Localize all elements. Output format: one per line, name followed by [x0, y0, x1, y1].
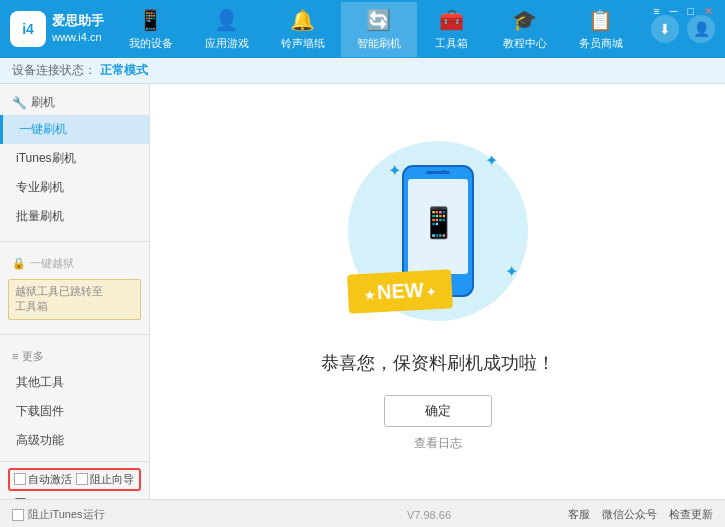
account-btn[interactable]: 👤: [687, 15, 715, 43]
nav-tabs: 📱 我的设备 👤 应用游戏 🔔 铃声墙纸 🔄 智能刷机 🧰 工具箱 🎓: [110, 2, 641, 57]
sparkle-3: ✦: [505, 262, 518, 281]
confirm-button[interactable]: 确定: [384, 395, 492, 427]
no-prompt-option[interactable]: 阻止向导: [76, 472, 134, 487]
bottom-bar: 阻止iTunes运行 V7.98.66 客服 微信公众号 检查更新: [0, 499, 725, 527]
brand-name: 爱思助手: [52, 13, 104, 30]
sidebar-item-download-firmware[interactable]: 下载固件: [0, 397, 149, 426]
svg-point-4: [442, 170, 446, 174]
sidebar-item-one-key-flash[interactable]: 一键刷机: [0, 115, 149, 144]
download-btn[interactable]: ⬇: [651, 15, 679, 43]
tab-service[interactable]: 📋 务员商城: [563, 2, 639, 57]
tab-ringtones[interactable]: 🔔 铃声墙纸: [265, 2, 341, 57]
customer-service-link[interactable]: 客服: [568, 507, 590, 522]
bottom-center: V7.98.66: [290, 509, 568, 521]
view-log-link[interactable]: 查看日志: [414, 435, 462, 452]
check-update-link[interactable]: 检查更新: [669, 507, 713, 522]
settings-btn[interactable]: ≡: [649, 4, 663, 19]
jailbreak-note: 越狱工具已跳转至工具箱: [8, 279, 141, 320]
tab-toolbox[interactable]: 🧰 工具箱: [417, 2, 487, 57]
sidebar-item-batch-flash[interactable]: 批量刷机: [0, 202, 149, 231]
device-section: 自动激活 阻止向导 📱 iPhone 15 Pro Max 512GB iPho…: [0, 461, 149, 499]
auto-activate-option[interactable]: 自动激活: [14, 472, 72, 487]
tab-apps-games[interactable]: 👤 应用游戏: [189, 2, 265, 57]
toolbox-icon: 🧰: [439, 8, 464, 32]
bottom-left: 阻止iTunes运行: [12, 507, 290, 522]
svg-rect-3: [426, 171, 450, 174]
maximize-btn[interactable]: □: [683, 4, 698, 19]
app-logo: i4 爱思助手 www.i4.cn: [10, 11, 110, 47]
device-icon: 📱: [138, 8, 163, 32]
sidebar-section-flash: 🔧 刷机 一键刷机 iTunes刷机 专业刷机 批量刷机: [0, 84, 149, 237]
sidebar-more-header: ≡ 更多: [0, 345, 149, 368]
ringtone-icon: 🔔: [290, 8, 315, 32]
itunes-checkbox[interactable]: [12, 509, 24, 521]
bottom-right: 客服 微信公众号 检查更新: [568, 507, 713, 522]
top-nav: i4 爱思助手 www.i4.cn 📱 我的设备 👤 应用游戏 🔔 铃声墙纸 🔄: [0, 0, 725, 58]
itunes-label: 阻止iTunes运行: [28, 507, 105, 522]
top-right-controls: ⬇ 👤: [651, 15, 715, 43]
tab-smart-flash[interactable]: 🔄 智能刷机: [341, 2, 417, 57]
sidebar-section-jailbreak: 🔒 一键越狱 越狱工具已跳转至工具箱: [0, 246, 149, 330]
status-value: 正常模式: [100, 62, 148, 79]
device-details: iPhone 15 Pro Max 512GB iPhone: [39, 497, 141, 499]
sidebar-item-other-tools[interactable]: 其他工具: [0, 368, 149, 397]
close-btn[interactable]: ✕: [700, 4, 717, 19]
status-prefix: 设备连接状态：: [12, 62, 96, 79]
device-info: 📱 iPhone 15 Pro Max 512GB iPhone: [8, 497, 141, 499]
svg-text:📱: 📱: [419, 205, 457, 241]
version: V7.98.66: [407, 509, 451, 521]
service-icon: 📋: [588, 8, 613, 32]
main-layout: 🔧 刷机 一键刷机 iTunes刷机 专业刷机 批量刷机: [0, 84, 725, 499]
sidebar-item-itunes-flash[interactable]: iTunes刷机: [0, 144, 149, 173]
flash-icon: 🔄: [366, 8, 391, 32]
sidebar-item-advanced[interactable]: 高级功能: [0, 426, 149, 455]
website: www.i4.cn: [52, 30, 104, 44]
sidebar-section-more: ≡ 更多 其他工具 下载固件 高级功能: [0, 339, 149, 461]
new-badge: NEW: [347, 269, 453, 313]
sidebar: 🔧 刷机 一键刷机 iTunes刷机 专业刷机 批量刷机: [0, 84, 150, 499]
sidebar-jailbreak-header: 🔒 一键越狱: [0, 252, 149, 275]
apps-icon: 👤: [214, 8, 239, 32]
device-name: iPhone 15 Pro Max: [39, 497, 141, 499]
sidebar-header-flash: 🔧 刷机: [0, 90, 149, 115]
no-prompt-checkbox[interactable]: [76, 473, 88, 485]
divider-1: [0, 241, 149, 242]
divider-2: [0, 334, 149, 335]
sparkle-2: ✦: [485, 151, 498, 170]
tutorial-icon: 🎓: [512, 8, 537, 32]
auto-options: 自动激活 阻止向导: [8, 468, 141, 491]
wechat-link[interactable]: 微信公众号: [602, 507, 657, 522]
content-area: ✦ ✦ ✦ 📱 NEW 恭喜您，保资料刷机成功: [150, 84, 725, 499]
tab-tutorial[interactable]: 🎓 教程中心: [487, 2, 563, 57]
auto-activate-checkbox[interactable]: [14, 473, 26, 485]
device-phone-icon: 📱: [8, 497, 33, 499]
phone-illustration: ✦ ✦ ✦ 📱 NEW: [338, 131, 538, 331]
logo-icon: i4: [10, 11, 46, 47]
success-message: 恭喜您，保资料刷机成功啦！: [321, 351, 555, 375]
status-bar: 设备连接状态： 正常模式: [0, 58, 725, 84]
sidebar-item-pro-flash[interactable]: 专业刷机: [0, 173, 149, 202]
tab-my-device[interactable]: 📱 我的设备: [113, 2, 189, 57]
minimize-btn[interactable]: ─: [666, 4, 682, 19]
